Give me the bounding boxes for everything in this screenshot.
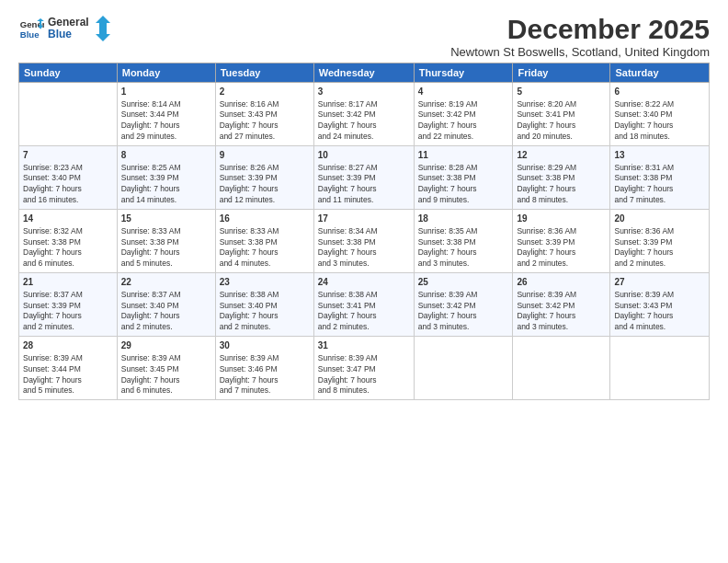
- cell-date: 5: [517, 86, 606, 98]
- cell-info: Sunrise: 8:38 AMSunset: 3:40 PMDaylight:…: [220, 290, 310, 334]
- page: General Blue General Blue December 2025 …: [0, 0, 728, 563]
- header-monday: Monday: [117, 63, 215, 83]
- cell-date: 10: [318, 149, 410, 162]
- table-row: 16Sunrise: 8:33 AMSunset: 3:38 PMDayligh…: [215, 210, 313, 273]
- cell-date: 20: [614, 213, 705, 225]
- cell-info: Sunrise: 8:25 AMSunset: 3:39 PMDaylight:…: [121, 163, 211, 207]
- table-row: 28Sunrise: 8:39 AMSunset: 3:44 PMDayligh…: [19, 337, 118, 400]
- cell-info: Sunrise: 8:17 AMSunset: 3:42 PMDaylight:…: [318, 99, 410, 144]
- cell-date: 25: [418, 276, 509, 289]
- cell-info: Sunrise: 8:28 AMSunset: 3:38 PMDaylight:…: [418, 163, 509, 207]
- cell-date: 23: [220, 276, 310, 289]
- svg-text:Blue: Blue: [48, 28, 72, 40]
- cell-info: Sunrise: 8:39 AMSunset: 3:44 PMDaylight:…: [23, 353, 113, 397]
- table-row: [414, 337, 513, 400]
- cell-info: Sunrise: 8:36 AMSunset: 3:39 PMDaylight:…: [614, 226, 705, 270]
- cell-date: 2: [220, 86, 310, 98]
- cell-info: Sunrise: 8:39 AMSunset: 3:47 PMDaylight:…: [318, 353, 410, 397]
- cell-date: 17: [318, 213, 410, 225]
- calendar-header-row: Sunday Monday Tuesday Wednesday Thursday…: [19, 63, 710, 83]
- cell-info: Sunrise: 8:16 AMSunset: 3:43 PMDaylight:…: [220, 99, 310, 144]
- cell-date: 24: [318, 276, 410, 289]
- calendar-week-row: 21Sunrise: 8:37 AMSunset: 3:39 PMDayligh…: [19, 273, 710, 337]
- table-row: 30Sunrise: 8:39 AMSunset: 3:46 PMDayligh…: [215, 337, 313, 400]
- table-row: 24Sunrise: 8:38 AMSunset: 3:41 PMDayligh…: [313, 273, 414, 337]
- cell-date: 4: [418, 86, 509, 98]
- table-row: 21Sunrise: 8:37 AMSunset: 3:39 PMDayligh…: [19, 273, 118, 337]
- table-row: [610, 337, 710, 400]
- cell-date: 16: [220, 213, 310, 225]
- cell-date: 29: [121, 339, 211, 352]
- cell-date: 15: [121, 213, 211, 225]
- header-friday: Friday: [513, 63, 610, 83]
- cell-info: Sunrise: 8:35 AMSunset: 3:38 PMDaylight:…: [418, 226, 509, 270]
- header-thursday: Thursday: [414, 63, 513, 83]
- table-row: 2Sunrise: 8:16 AMSunset: 3:43 PMDaylight…: [215, 83, 313, 146]
- table-row: 23Sunrise: 8:38 AMSunset: 3:40 PMDayligh…: [215, 273, 313, 337]
- cell-date: 9: [220, 149, 310, 162]
- table-row: 4Sunrise: 8:19 AMSunset: 3:42 PMDaylight…: [414, 83, 513, 146]
- logo-svg: General Blue: [48, 14, 112, 41]
- cell-date: 26: [517, 276, 606, 289]
- cell-info: Sunrise: 8:34 AMSunset: 3:38 PMDaylight:…: [318, 226, 410, 270]
- cell-info: Sunrise: 8:37 AMSunset: 3:39 PMDaylight:…: [23, 290, 113, 334]
- cell-date: 22: [121, 276, 211, 289]
- calendar-week-row: 14Sunrise: 8:32 AMSunset: 3:38 PMDayligh…: [19, 210, 710, 273]
- svg-text:Blue: Blue: [20, 29, 40, 40]
- table-row: 5Sunrise: 8:20 AMSunset: 3:41 PMDaylight…: [513, 83, 610, 146]
- table-row: 8Sunrise: 8:25 AMSunset: 3:39 PMDaylight…: [117, 146, 215, 210]
- cell-info: Sunrise: 8:33 AMSunset: 3:38 PMDaylight:…: [220, 226, 310, 270]
- table-row: 19Sunrise: 8:36 AMSunset: 3:39 PMDayligh…: [513, 210, 610, 273]
- header-wednesday: Wednesday: [313, 63, 414, 83]
- cell-date: 27: [614, 276, 705, 289]
- cell-date: 18: [418, 213, 509, 225]
- table-row: 18Sunrise: 8:35 AMSunset: 3:38 PMDayligh…: [414, 210, 513, 273]
- table-row: 7Sunrise: 8:23 AMSunset: 3:40 PMDaylight…: [19, 146, 118, 210]
- table-row: 3Sunrise: 8:17 AMSunset: 3:42 PMDaylight…: [313, 83, 414, 146]
- header-tuesday: Tuesday: [215, 63, 313, 83]
- cell-date: 30: [220, 339, 310, 352]
- cell-info: Sunrise: 8:31 AMSunset: 3:38 PMDaylight:…: [614, 163, 705, 207]
- table-row: 14Sunrise: 8:32 AMSunset: 3:38 PMDayligh…: [19, 210, 118, 273]
- cell-date: 8: [121, 149, 211, 162]
- header-saturday: Saturday: [610, 63, 710, 83]
- table-row: 31Sunrise: 8:39 AMSunset: 3:47 PMDayligh…: [313, 337, 414, 400]
- cell-info: Sunrise: 8:36 AMSunset: 3:39 PMDaylight:…: [517, 226, 606, 270]
- cell-date: 1: [121, 86, 211, 98]
- cell-date: 19: [517, 213, 606, 225]
- cell-info: Sunrise: 8:14 AMSunset: 3:44 PMDaylight:…: [121, 99, 211, 144]
- cell-info: Sunrise: 8:39 AMSunset: 3:42 PMDaylight:…: [418, 290, 509, 334]
- cell-info: Sunrise: 8:23 AMSunset: 3:40 PMDaylight:…: [23, 163, 113, 207]
- cell-date: 21: [23, 276, 113, 289]
- cell-info: Sunrise: 8:39 AMSunset: 3:43 PMDaylight:…: [614, 290, 705, 334]
- cell-info: Sunrise: 8:39 AMSunset: 3:42 PMDaylight:…: [517, 290, 606, 334]
- table-row: 26Sunrise: 8:39 AMSunset: 3:42 PMDayligh…: [513, 273, 610, 337]
- header-sunday: Sunday: [19, 63, 118, 83]
- table-row: 17Sunrise: 8:34 AMSunset: 3:38 PMDayligh…: [313, 210, 414, 273]
- table-row: 10Sunrise: 8:27 AMSunset: 3:39 PMDayligh…: [313, 146, 414, 210]
- table-row: 15Sunrise: 8:33 AMSunset: 3:38 PMDayligh…: [117, 210, 215, 273]
- logo-icon: General Blue: [18, 17, 44, 42]
- cell-date: 28: [23, 339, 113, 352]
- cell-info: Sunrise: 8:39 AMSunset: 3:45 PMDaylight:…: [121, 353, 211, 397]
- cell-info: Sunrise: 8:39 AMSunset: 3:46 PMDaylight:…: [220, 353, 310, 397]
- cell-info: Sunrise: 8:20 AMSunset: 3:41 PMDaylight:…: [517, 99, 606, 144]
- cell-date: 14: [23, 213, 113, 225]
- cell-info: Sunrise: 8:26 AMSunset: 3:39 PMDaylight:…: [220, 163, 310, 207]
- cell-date: 6: [614, 86, 705, 98]
- table-row: 13Sunrise: 8:31 AMSunset: 3:38 PMDayligh…: [610, 146, 710, 210]
- table-row: 6Sunrise: 8:22 AMSunset: 3:40 PMDaylight…: [610, 83, 710, 146]
- cell-info: Sunrise: 8:38 AMSunset: 3:41 PMDaylight:…: [318, 290, 410, 334]
- table-row: [513, 337, 610, 400]
- calendar-table: Sunday Monday Tuesday Wednesday Thursday…: [18, 63, 710, 400]
- location-title: Newtown St Boswells, Scotland, United Ki…: [450, 45, 710, 59]
- cell-info: Sunrise: 8:37 AMSunset: 3:40 PMDaylight:…: [121, 290, 211, 334]
- table-row: 12Sunrise: 8:29 AMSunset: 3:38 PMDayligh…: [513, 146, 610, 210]
- table-row: 9Sunrise: 8:26 AMSunset: 3:39 PMDaylight…: [215, 146, 313, 210]
- table-row: 20Sunrise: 8:36 AMSunset: 3:39 PMDayligh…: [610, 210, 710, 273]
- cell-info: Sunrise: 8:27 AMSunset: 3:39 PMDaylight:…: [318, 163, 410, 207]
- cell-date: 13: [614, 149, 705, 162]
- table-row: [19, 83, 118, 146]
- table-row: 22Sunrise: 8:37 AMSunset: 3:40 PMDayligh…: [117, 273, 215, 337]
- cell-info: Sunrise: 8:19 AMSunset: 3:42 PMDaylight:…: [418, 99, 509, 144]
